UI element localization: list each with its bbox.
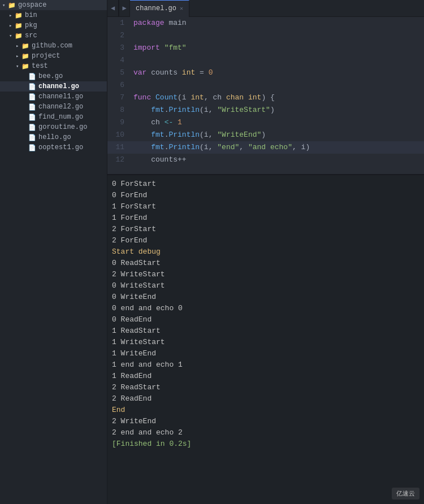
output-line: 0 ForStart <box>112 179 419 190</box>
output-line: 2 ReadStart <box>112 382 419 393</box>
code-line-8: 8 fmt.Println(i, "WriteStart") <box>107 104 424 116</box>
output-line: 2 ForStart <box>112 224 419 235</box>
output-line: 2 ReadEnd <box>112 393 419 405</box>
output-line: 1 ReadEnd <box>112 371 419 382</box>
file-icon-goroutine.go: 📄 <box>28 124 36 131</box>
file-icon-channel2.go: 📄 <box>28 103 36 111</box>
folder-icon-github.com: 📁 <box>21 42 29 50</box>
sidebar-item-label-bee.go: bee.go <box>38 72 63 80</box>
output-line: 2 end and echo 2 <box>112 427 419 438</box>
sidebar-item-src[interactable]: 📁src <box>0 31 107 41</box>
code-line-1: 1 package main <box>107 17 424 29</box>
folder-arrow-src <box>9 33 15 39</box>
sidebar-item-channel1.go[interactable]: 📄channel1.go <box>0 92 107 102</box>
output-line: 1 WriteEnd <box>112 348 419 359</box>
sidebar-item-project[interactable]: 📁project <box>0 51 107 61</box>
folder-arrow-gospace <box>2 2 8 8</box>
output-line: 0 ReadStart <box>112 258 419 269</box>
output-line: 1 ForEnd <box>112 212 419 224</box>
output-section: 0 ForStart0 ForEnd1 ForStart1 ForEnd2 Fo… <box>107 175 424 504</box>
output-line: 0 WriteStart <box>112 280 419 292</box>
sidebar-item-label-github.com: github.com <box>32 42 72 50</box>
tab-bar: ◀ ▶ channel.go ✕ <box>107 0 424 17</box>
folder-icon-gospace: 📁 <box>8 2 16 9</box>
code-line-12: 12 counts++ <box>107 154 424 166</box>
folder-arrow-github.com <box>16 43 21 49</box>
tab-left-arrow[interactable]: ◀ <box>107 0 119 17</box>
folder-icon-pkg: 📁 <box>15 22 23 29</box>
sidebar-item-label-ooptest1.go: ooptest1.go <box>38 144 83 151</box>
code-lines: 1 package main 2 3 import "fmt" 4 <box>107 17 424 174</box>
sidebar-item-gospace[interactable]: 📁gospace <box>0 0 107 10</box>
file-tree: 📁gospace📁bin📁pkg📁src📁github.com📁project📁… <box>0 0 107 504</box>
sidebar-item-label-pkg: pkg <box>25 21 37 29</box>
folder-arrow-pkg <box>9 23 15 29</box>
code-line-10: 10 fmt.Println(i, "WriteEnd") <box>107 129 424 141</box>
code-line-3: 3 import "fmt" <box>107 42 424 54</box>
sidebar-item-label-find_num.go: find_num.go <box>38 113 83 121</box>
output-line: 0 ForEnd <box>112 190 419 201</box>
folder-arrow-project <box>16 53 21 59</box>
sidebar-item-label-channel.go: channel.go <box>38 82 79 90</box>
output-line: 2 WriteEnd <box>112 416 419 427</box>
code-line-2: 2 <box>107 29 424 42</box>
sidebar-item-channel.go[interactable]: 📄channel.go <box>0 81 107 92</box>
code-line-4: 4 <box>107 54 424 67</box>
file-icon-hello.go: 📄 <box>28 134 36 141</box>
output-line: 2 ForEnd <box>112 235 419 246</box>
tab-close-button[interactable]: ✕ <box>180 5 183 12</box>
tab-label: channel.go <box>136 5 176 12</box>
sidebar-item-label-bin: bin <box>25 11 37 19</box>
output-line: 0 WriteEnd <box>112 292 419 303</box>
editor-section: ◀ ▶ channel.go ✕ 1 package main 2 <box>107 0 424 175</box>
sidebar-item-label-gospace: gospace <box>18 1 46 9</box>
output-line: 2 WriteStart <box>112 269 419 280</box>
code-line-9: 9 ch <- 1 <box>107 116 424 129</box>
sidebar-item-label-goroutine.go: goroutine.go <box>38 123 87 131</box>
output-line: 1 end and echo 1 <box>112 359 419 371</box>
output-line: 0 end and echo 0 <box>112 303 419 314</box>
folder-arrow-test <box>16 63 21 69</box>
sidebar-item-bee.go[interactable]: 📄bee.go <box>0 71 107 81</box>
sidebar-item-label-hello.go: hello.go <box>38 133 71 141</box>
folder-arrow-bin <box>9 12 15 19</box>
sidebar-item-label-project: project <box>32 52 60 60</box>
sidebar-item-bin[interactable]: 📁bin <box>0 10 107 20</box>
folder-icon-bin: 📁 <box>15 12 23 19</box>
folder-icon-project: 📁 <box>21 53 29 60</box>
sidebar-item-ooptest1.go[interactable]: 📄ooptest1.go <box>0 142 107 153</box>
sidebar-item-label-channel1.go: channel1.go <box>38 93 83 101</box>
folder-icon-src: 📁 <box>15 32 23 40</box>
output-line: 1 WriteStart <box>112 337 419 348</box>
code-line-6: 6 <box>107 79 424 92</box>
output-line: 1 ReadStart <box>112 325 419 337</box>
output-line: Start debug <box>112 246 419 258</box>
code-editor[interactable]: 1 package main 2 3 import "fmt" 4 <box>107 17 424 174</box>
output-line: 0 ReadEnd <box>112 314 419 325</box>
tab-channel-go[interactable]: channel.go ✕ <box>130 0 189 17</box>
output-line: [Finished in 0.2s] <box>112 438 419 450</box>
code-line-11: 11 fmt.Println(i, "end", "and echo", i) <box>107 141 424 154</box>
sidebar-item-find_num.go[interactable]: 📄find_num.go <box>0 112 107 122</box>
sidebar-item-test[interactable]: 📁test <box>0 61 107 71</box>
code-line-5: 5 var counts int = 0 <box>107 67 424 79</box>
sidebar-item-github.com[interactable]: 📁github.com <box>0 41 107 51</box>
file-icon-bee.go: 📄 <box>28 73 36 80</box>
sidebar-item-pkg[interactable]: 📁pkg <box>0 20 107 31</box>
code-line-7: 7 func Count(i int, ch chan int) { <box>107 92 424 104</box>
folder-icon-test: 📁 <box>21 63 29 70</box>
tab-right-arrow[interactable]: ▶ <box>119 0 130 17</box>
sidebar-item-hello.go[interactable]: 📄hello.go <box>0 132 107 142</box>
watermark: 亿速云 <box>392 488 419 499</box>
sidebar-item-goroutine.go[interactable]: 📄goroutine.go <box>0 122 107 132</box>
output-panel[interactable]: 0 ForStart0 ForEnd1 ForStart1 ForEnd2 Fo… <box>107 175 424 504</box>
sidebar-item-label-src: src <box>25 32 37 40</box>
file-icon-find_num.go: 📄 <box>28 114 36 121</box>
output-line: 1 ForStart <box>112 201 419 212</box>
sidebar-item-label-channel2.go: channel2.go <box>38 103 83 111</box>
file-icon-ooptest1.go: 📄 <box>28 144 36 151</box>
sidebar-item-channel2.go[interactable]: 📄channel2.go <box>0 102 107 112</box>
right-panel: ◀ ▶ channel.go ✕ 1 package main 2 <box>107 0 424 504</box>
file-icon-channel.go: 📄 <box>28 83 36 90</box>
output-line: End <box>112 405 419 416</box>
